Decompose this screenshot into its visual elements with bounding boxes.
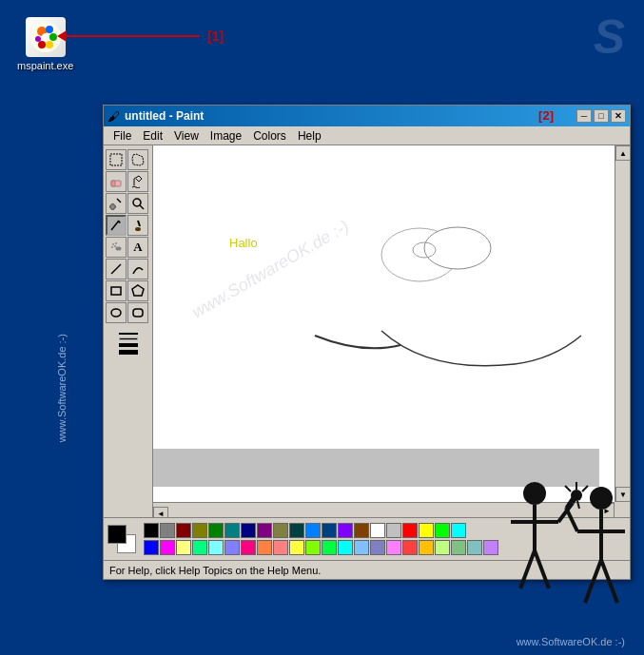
color-swatch[interactable]	[338, 540, 353, 555]
color-swatch[interactable]	[386, 540, 401, 555]
color-swatch[interactable]	[160, 523, 175, 538]
color-swatch[interactable]	[483, 540, 498, 555]
maximize-button[interactable]: □	[594, 109, 609, 123]
tool-ellipse[interactable]	[106, 302, 127, 323]
color-swatch[interactable]	[273, 540, 288, 555]
arrow-head-1	[57, 30, 67, 42]
tool-pencil[interactable]	[106, 215, 127, 236]
scroll-left-button[interactable]: ◄	[153, 507, 168, 518]
menu-edit[interactable]: Edit	[137, 127, 168, 144]
svg-point-14	[133, 199, 141, 206]
branding-bottom: www.SoftwareOK.de :-)	[517, 636, 625, 647]
minimize-button[interactable]: ─	[576, 109, 592, 123]
color-swatch[interactable]	[435, 540, 450, 555]
tool-eyedropper[interactable]	[106, 193, 127, 214]
color-swatch[interactable]	[176, 523, 191, 538]
color-swatch[interactable]	[451, 540, 466, 555]
color-swatch[interactable]	[354, 540, 369, 555]
toolbar: A	[104, 145, 153, 517]
scrollbar-vertical[interactable]: ▲ ▼	[615, 145, 630, 502]
color-swatch[interactable]	[289, 540, 304, 555]
tool-eraser[interactable]	[106, 171, 127, 192]
color-swatch[interactable]	[224, 540, 240, 555]
line-width-1[interactable]	[119, 333, 138, 335]
tool-select-rect[interactable]	[106, 149, 127, 170]
tool-brush[interactable]	[127, 215, 148, 236]
color-swatch[interactable]	[224, 523, 240, 538]
color-swatch[interactable]	[386, 523, 401, 538]
tool-line[interactable]	[106, 259, 127, 279]
color-swatch[interactable]	[419, 540, 434, 555]
scroll-up-button[interactable]: ▲	[615, 145, 630, 161]
color-swatch[interactable]	[435, 523, 450, 538]
color-swatch[interactable]	[305, 540, 321, 555]
tool-rounded-rect[interactable]	[127, 302, 148, 323]
color-swatch[interactable]	[208, 523, 224, 538]
menu-image[interactable]: Image	[205, 127, 247, 144]
svg-point-41	[590, 487, 613, 510]
color-swatch[interactable]	[257, 523, 272, 538]
color-swatch[interactable]	[176, 540, 191, 555]
color-swatch[interactable]	[419, 523, 434, 538]
desktop: www.SoftwareOK.de :-) S mspaint.exe [1]	[0, 0, 644, 655]
tool-curve[interactable]	[127, 259, 148, 279]
color-swatch[interactable]	[289, 523, 304, 538]
menu-file[interactable]: File	[107, 127, 137, 144]
svg-line-51	[582, 486, 588, 491]
color-swatch[interactable]	[305, 523, 321, 538]
svg-line-25	[111, 264, 121, 274]
title-bar-text: untitled - Paint	[125, 109, 204, 123]
color-swatch[interactable]	[402, 523, 418, 538]
active-colors	[107, 525, 136, 553]
color-swatch[interactable]	[402, 540, 418, 555]
tool-polygon[interactable]	[127, 280, 148, 301]
color-swatch[interactable]	[354, 523, 369, 538]
svg-line-18	[138, 221, 140, 226]
color-swatch[interactable]	[273, 523, 288, 538]
color-swatch[interactable]	[370, 523, 385, 538]
tool-text[interactable]: A	[127, 237, 148, 258]
color-swatch[interactable]	[144, 540, 159, 555]
menu-help[interactable]: Help	[292, 127, 327, 144]
menu-bar: File Edit View Image Colors Help	[104, 126, 630, 145]
color-swatch[interactable]	[241, 523, 256, 538]
svg-marker-27	[132, 285, 144, 296]
color-swatch[interactable]	[322, 540, 337, 555]
color-swatch[interactable]	[338, 523, 353, 538]
svg-line-40	[535, 550, 549, 588]
line-width-2[interactable]	[119, 337, 138, 340]
tool-row-6	[106, 259, 150, 279]
svg-point-20	[112, 243, 114, 245]
close-button[interactable]: ✕	[611, 109, 626, 123]
arrow-annotation-1: [1]	[57, 29, 224, 44]
menu-view[interactable]: View	[168, 127, 205, 144]
mspaint-label: mspaint.exe	[17, 60, 73, 71]
tool-fill[interactable]	[127, 171, 148, 192]
paint-title-icon: 🖌	[107, 109, 121, 123]
svg-rect-24	[116, 247, 121, 250]
status-text: For Help, click Help Topics on the Help …	[109, 565, 321, 576]
tool-rect[interactable]	[106, 280, 127, 301]
tool-select-free[interactable]	[127, 149, 148, 170]
color-swatch[interactable]	[192, 540, 207, 555]
color-swatch[interactable]	[370, 540, 385, 555]
color-swatch[interactable]	[241, 540, 256, 555]
mspaint-icon[interactable]: mspaint.exe	[17, 17, 73, 71]
line-width-4[interactable]	[119, 350, 138, 355]
canvas[interactable]: www.SoftwareOK.de :-) Hallo	[153, 145, 615, 502]
tool-airbrush[interactable]	[106, 237, 127, 258]
svg-line-39	[520, 550, 535, 588]
tool-magnifier[interactable]	[127, 193, 148, 214]
menu-colors[interactable]: Colors	[247, 127, 292, 144]
foreground-color-box[interactable]	[107, 525, 127, 544]
color-swatch[interactable]	[467, 540, 482, 555]
line-width-3[interactable]	[119, 343, 138, 347]
tool-row-7	[106, 280, 150, 301]
color-swatch[interactable]	[257, 540, 272, 555]
color-swatch[interactable]	[160, 540, 175, 555]
color-swatch[interactable]	[144, 523, 159, 538]
color-swatch[interactable]	[192, 523, 207, 538]
color-swatch[interactable]	[208, 540, 224, 555]
color-swatch[interactable]	[322, 523, 337, 538]
color-swatch[interactable]	[451, 523, 466, 538]
